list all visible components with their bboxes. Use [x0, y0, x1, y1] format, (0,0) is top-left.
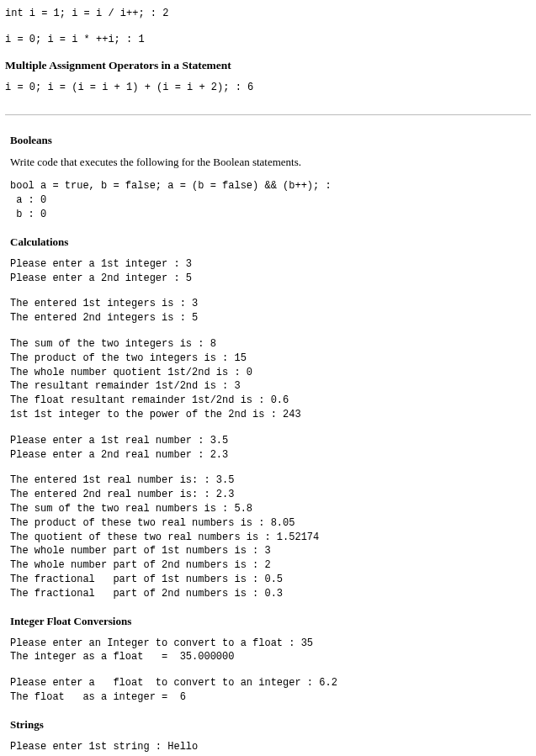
section-divider: [5, 114, 531, 115]
lower-section: Booleans Write code that executes the fo…: [5, 134, 531, 756]
code-multiple-assignment: i = 0; i = (i = i + 1) + (i = i + 2); : …: [5, 81, 531, 95]
code-line-top-2: i = 0; i = i * ++i; : 1: [5, 33, 531, 47]
code-line-top-1: int i = 1; i = i / i++; : 2: [5, 7, 531, 21]
strings-block-1: Please enter 1st string : Hello: [10, 740, 531, 754]
code-booleans: bool a = true, b = false; a = (b = false…: [10, 179, 531, 221]
heading-calculations: Calculations: [10, 235, 531, 249]
heading-multiple-assignment: Multiple Assignment Operators in a State…: [5, 59, 531, 72]
calc-block-5: The entered 1st real number is: : 3.5 Th…: [10, 473, 531, 600]
heading-strings: Strings: [10, 718, 531, 732]
calc-block-4: Please enter a 1st real number : 3.5 Ple…: [10, 434, 531, 463]
calc-block-2: The entered 1st integers is : 3 The ente…: [10, 297, 531, 325]
heading-int-float: Integer Float Conversions: [10, 615, 531, 628]
calc-block-1: Please enter a 1st integer : 3 Please en…: [10, 257, 531, 286]
intfloat-block-1: Please enter an Integer to convert to a …: [10, 637, 531, 665]
heading-booleans: Booleans: [10, 134, 531, 147]
calc-block-3: The sum of the two integers is : 8 The p…: [10, 337, 531, 422]
booleans-intro: Write code that executes the following f…: [10, 156, 531, 169]
intfloat-block-2: Please enter a float to convert to an in…: [10, 676, 531, 705]
